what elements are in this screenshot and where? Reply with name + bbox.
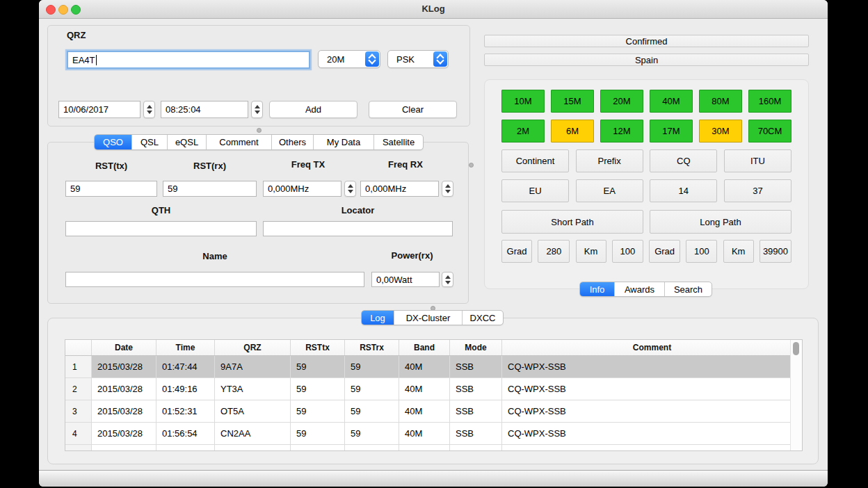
freq-rx-stepper[interactable]: [442, 181, 453, 197]
tab-dxcc[interactable]: DXCC: [463, 311, 503, 325]
tab-others[interactable]: Others: [272, 135, 314, 149]
cq-zone-value-button[interactable]: 14: [650, 179, 717, 202]
short-path-button[interactable]: Short Path: [501, 210, 643, 234]
band-button-2m[interactable]: 2M: [501, 120, 545, 143]
combo-arrows-icon: [365, 51, 379, 67]
band-select[interactable]: 20M: [318, 50, 380, 68]
header-mode[interactable]: Mode: [450, 340, 502, 355]
step-down-icon[interactable]: [147, 111, 152, 114]
band-button-80m[interactable]: 80M: [699, 90, 742, 113]
header-rsttx[interactable]: RSTtx: [291, 340, 345, 355]
step-up-icon[interactable]: [255, 105, 260, 108]
band-button-12m[interactable]: 12M: [600, 120, 643, 143]
qrz-group-label: QRZ: [67, 30, 86, 40]
clear-button[interactable]: Clear: [369, 101, 457, 118]
tab-awards[interactable]: Awards: [615, 282, 665, 296]
table-row[interactable]: 2 2015/03/28 01:49:16 YT3A 59 59 40M SSB…: [65, 378, 802, 400]
combo-arrows-icon: [433, 51, 447, 67]
step-up-icon[interactable]: [445, 184, 451, 188]
callsign-input[interactable]: EA4T: [67, 51, 310, 69]
step-down-icon[interactable]: [255, 111, 260, 114]
rst-rx-input[interactable]: 59: [163, 181, 257, 197]
band-button-40m[interactable]: 40M: [650, 90, 693, 113]
add-button[interactable]: Add: [269, 101, 357, 118]
itu-zone-value-button[interactable]: 37: [724, 179, 791, 202]
band-button-20m[interactable]: 20M: [600, 90, 643, 113]
step-up-icon[interactable]: [147, 105, 152, 108]
power-rx-stepper[interactable]: [442, 272, 453, 287]
scrollbar-thumb[interactable]: [793, 342, 799, 355]
header-rownum[interactable]: [65, 340, 92, 355]
date-stepper[interactable]: [143, 101, 155, 118]
step-up-icon[interactable]: [348, 184, 353, 188]
locator-input[interactable]: [263, 221, 453, 236]
freq-rx-input[interactable]: 0,000MHz: [360, 181, 439, 197]
long-path-button[interactable]: Long Path: [650, 210, 791, 234]
header-qrz[interactable]: QRZ: [215, 340, 291, 355]
name-input[interactable]: [65, 272, 364, 287]
confirmed-status-bar: Confirmed: [484, 35, 809, 47]
band-button-70cm[interactable]: 70CM: [748, 120, 791, 143]
rst-tx-input[interactable]: 59: [65, 181, 157, 197]
right-panel-tabbar: Info Awards Search: [579, 282, 712, 297]
band-button-10m[interactable]: 10M: [501, 90, 545, 113]
qth-input[interactable]: [65, 221, 257, 236]
name-label: Name: [65, 251, 364, 261]
tab-qso[interactable]: QSO: [95, 135, 132, 149]
tab-search[interactable]: Search: [665, 282, 712, 296]
splitter-handle[interactable]: [469, 163, 474, 168]
qth-label: QTH: [65, 205, 257, 215]
prefix-value-button[interactable]: EA: [576, 179, 643, 202]
cq-zone-button[interactable]: CQ: [650, 149, 717, 172]
entity-name-bar: Spain: [484, 54, 809, 66]
mode-select[interactable]: PSK: [387, 50, 449, 68]
header-time[interactable]: Time: [156, 340, 215, 355]
tab-qsl[interactable]: QSL: [132, 135, 168, 149]
table-row[interactable]: 1 2015/03/28 01:47:44 9A7A 59 59 40M SSB…: [65, 356, 802, 378]
long-path-km-label: Km: [723, 240, 754, 263]
continent-value-button[interactable]: EU: [501, 179, 569, 202]
freq-tx-label: Freq TX: [263, 159, 353, 170]
step-down-icon[interactable]: [445, 190, 451, 193]
short-path-km-value: 100: [612, 240, 643, 263]
header-rstrx[interactable]: RSTrx: [345, 340, 399, 355]
detail-tabbar: QSO QSL eQSL Comment Others My Data Sate…: [94, 134, 424, 150]
tab-info[interactable]: Info: [580, 282, 615, 296]
header-comment[interactable]: Comment: [502, 340, 802, 355]
table-scrollbar[interactable]: [790, 340, 802, 450]
table-row[interactable]: 4 2015/03/28 01:56:54 CN2AA 59 59 40M SS…: [65, 423, 802, 445]
header-date[interactable]: Date: [92, 340, 156, 355]
header-band[interactable]: Band: [399, 340, 450, 355]
prefix-button[interactable]: Prefix: [576, 149, 643, 172]
tab-eqsl[interactable]: eQSL: [168, 135, 207, 149]
tab-my-data[interactable]: My Data: [314, 135, 374, 149]
rst-rx-label: RST(rx): [163, 161, 257, 171]
splitter-handle[interactable]: [257, 128, 262, 133]
title-bar[interactable]: KLog: [39, 0, 828, 19]
date-input[interactable]: 10/06/2017: [58, 101, 140, 118]
freq-tx-stepper[interactable]: [344, 181, 356, 197]
table-header-row: Date Time QRZ RSTtx RSTrx Band Mode Comm…: [65, 340, 802, 356]
tab-dx-cluster[interactable]: DX-Cluster: [394, 311, 463, 325]
tab-comment[interactable]: Comment: [207, 135, 272, 149]
power-rx-input[interactable]: 0,00Watt: [371, 272, 440, 287]
band-button-15m[interactable]: 15M: [551, 90, 594, 113]
step-up-icon[interactable]: [445, 275, 451, 279]
continent-button[interactable]: Continent: [501, 149, 569, 172]
band-button-6m[interactable]: 6M: [551, 120, 594, 143]
tab-satellite[interactable]: Satellite: [374, 135, 423, 149]
band-button-160m[interactable]: 160M: [748, 90, 791, 113]
freq-tx-input[interactable]: 0,000MHz: [263, 181, 341, 197]
step-down-icon[interactable]: [348, 190, 353, 193]
qso-detail-groupbox: RST(tx) RST(rx) Freq TX Freq RX 59 59 0,…: [47, 142, 469, 304]
itu-zone-button[interactable]: ITU: [724, 149, 791, 172]
time-input[interactable]: 08:25:04: [161, 101, 248, 118]
band-button-30m[interactable]: 30M: [699, 120, 742, 143]
tab-log[interactable]: Log: [362, 311, 394, 325]
window-title: KLog: [39, 3, 828, 14]
table-row[interactable]: 3 2015/03/28 01:52:31 OT5A 59 59 40M SSB…: [65, 400, 802, 423]
time-stepper[interactable]: [251, 101, 263, 118]
text-caret: [96, 55, 97, 65]
band-button-17m[interactable]: 17M: [650, 120, 693, 143]
step-down-icon[interactable]: [445, 281, 451, 284]
